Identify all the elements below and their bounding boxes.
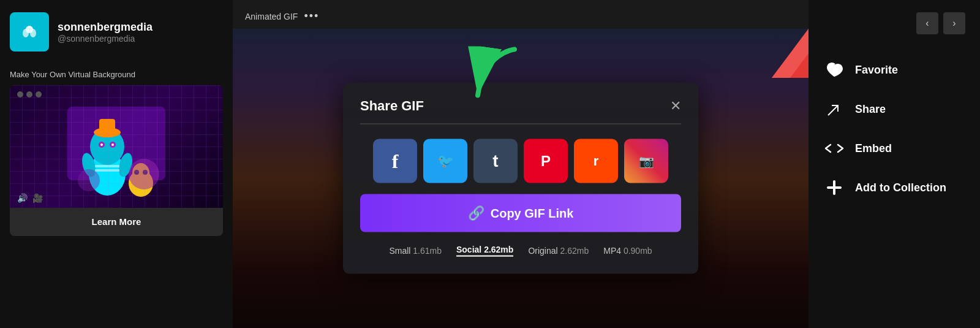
instagram-share-button[interactable]: 📷 [624,139,668,183]
profile-row: sonnenbergmedia @sonnenbergmedia [10,12,223,51]
favorite-icon [823,59,845,81]
reddit-share-button[interactable]: r [574,139,618,183]
ad-card: 🔊 🎥 Learn More [10,85,223,236]
size-mp4-value: 0.90mb [624,246,652,256]
modal-close-button[interactable]: ✕ [670,99,681,113]
add-to-collection-label: Add to Collection [855,181,946,194]
ad-label: Make Your Own Virtual Background [10,70,223,79]
add-to-collection-action[interactable]: Add to Collection [823,177,965,199]
profile-name[interactable]: sonnenbergmedia [58,21,153,34]
reddit-icon: r [594,153,599,169]
embed-icon [823,137,845,159]
dot-2 [26,91,32,97]
embed-action[interactable]: Embed [823,137,965,159]
profile-handle[interactable]: @sonnenbergmedia [58,34,153,44]
gif-more-menu[interactable]: ••• [304,10,319,23]
modal-divider [360,124,681,124]
next-gif-button[interactable]: › [943,12,965,34]
avatar[interactable] [10,12,49,51]
window-dots [17,91,42,97]
copy-gif-link-button[interactable]: 🔗 Copy GIF Link [360,194,681,232]
size-small-label: Small [389,246,413,256]
gif-label: Animated GIF [245,12,298,21]
share-gif-modal: Share GIF ✕ f 🐦 t P r [343,83,698,274]
modal-header: Share GIF ✕ [360,98,681,114]
twitter-icon: 🐦 [437,153,454,169]
pinterest-share-button[interactable]: P [524,139,568,183]
avatar-icon [18,21,40,43]
left-sidebar: sonnenbergmedia @sonnenbergmedia Make Yo… [0,0,233,328]
video-icon: 🎥 [32,193,43,203]
ad-preview: 🔊 🎥 [10,85,223,208]
next-arrow-icon: › [952,18,956,29]
link-icon: 🔗 [468,205,484,221]
prev-arrow-icon: ‹ [925,18,929,29]
ad-card-footer: Learn More [10,208,223,236]
size-social[interactable]: Social 2.62mb [456,245,513,257]
prev-gif-button[interactable]: ‹ [916,12,938,34]
size-original-label: Original [528,246,560,256]
modal-title: Share GIF [360,98,424,114]
facebook-share-button[interactable]: f [373,139,417,183]
right-sidebar: ‹ › Favorite Share [809,0,980,328]
dot-3 [36,91,42,97]
size-small[interactable]: Small 1.61mb [389,246,442,256]
share-label: Share [855,103,886,116]
svg-point-3 [26,26,33,33]
nav-arrows: ‹ › [823,12,965,34]
favorite-label: Favorite [855,64,898,77]
tumblr-icon: t [492,151,498,171]
ad-section: Make Your Own Virtual Background [10,70,223,236]
svg-rect-26 [827,186,842,189]
grid-background [10,85,223,208]
pinterest-icon: P [541,153,551,170]
instagram-icon: 📷 [639,154,654,169]
social-buttons-row: f 🐦 t P r 📷 [360,139,681,183]
main-content: Animated GIF ••• [233,0,809,328]
red-corner-decoration [772,29,809,78]
size-mp4[interactable]: MP4 0.90mb [603,246,652,256]
gif-label-row: Animated GIF ••• [233,0,809,29]
size-social-value: 2.62mb [484,245,513,254]
sound-icon: 🔊 [17,193,28,203]
copy-gif-label: Copy GIF Link [491,206,574,220]
add-to-collection-icon [823,177,845,199]
facebook-icon: f [392,150,399,172]
profile-info: sonnenbergmedia @sonnenbergmedia [58,21,153,44]
size-original[interactable]: Original 2.62mb [528,246,589,256]
embed-label: Embed [855,142,892,155]
tumblr-share-button[interactable]: t [473,139,518,183]
size-small-value: 1.61mb [413,246,442,256]
size-original-value: 2.62mb [560,246,589,256]
action-list: Favorite Share Embed [823,59,965,199]
size-mp4-label: MP4 [603,246,624,256]
dot-1 [17,91,23,97]
share-action[interactable]: Share [823,98,965,120]
gif-viewer: Share GIF ✕ f 🐦 t P r [233,29,809,328]
size-options-row: Small 1.61mb Social 2.62mb Original 2.62… [360,245,681,257]
svg-line-24 [828,105,838,115]
size-social-label: Social [456,245,484,254]
twitter-share-button[interactable]: 🐦 [423,139,467,183]
favorite-action[interactable]: Favorite [823,59,965,81]
share-icon [823,98,845,120]
learn-more-button[interactable]: Learn More [92,216,141,227]
